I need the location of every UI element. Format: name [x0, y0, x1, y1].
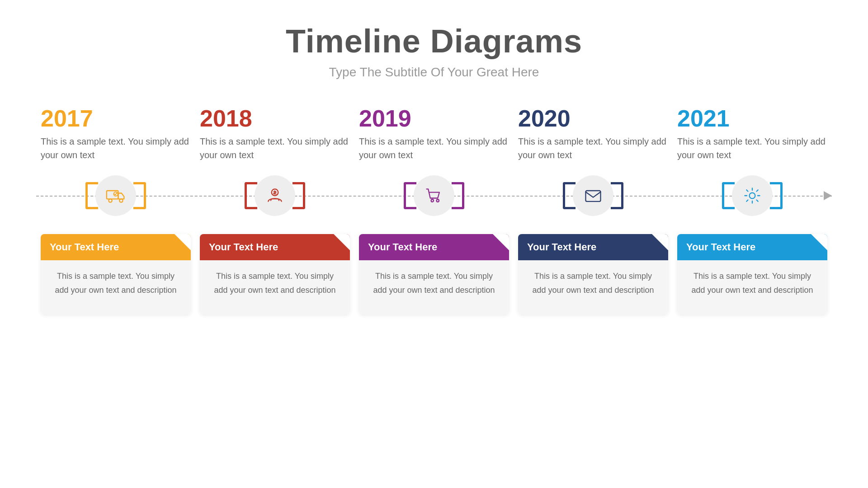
svg-point-2: [119, 199, 123, 202]
icon-circle-4: [732, 175, 773, 216]
year-row: 2017 This is a sample text. You simply a…: [36, 107, 832, 162]
timeline-area: 2017 This is a sample text. You simply a…: [36, 107, 832, 314]
year-label-2: 2019: [359, 107, 509, 130]
bracket-right-3: [611, 182, 623, 209]
card-1: Your Text Here This is a sample text. Yo…: [200, 234, 350, 314]
card-header-1: Your Text Here: [200, 234, 350, 260]
card-body-3: This is a sample text. You simply add yo…: [518, 260, 668, 314]
card-header-4: Your Text Here: [677, 234, 827, 260]
card-col-1: Your Text Here This is a sample text. Yo…: [195, 234, 354, 314]
card-0: Your Text Here This is a sample text. Yo…: [41, 234, 191, 314]
icon-circle-1: [255, 175, 295, 216]
card-body-1: This is a sample text. You simply add yo…: [200, 260, 350, 314]
card-notch-0: [175, 234, 191, 250]
year-desc-3: This is a sample text. You simply add yo…: [518, 135, 668, 162]
year-desc-2: This is a sample text. You simply add yo…: [359, 135, 509, 162]
year-desc-4: This is a sample text. You simply add yo…: [677, 135, 827, 162]
svg-rect-7: [586, 191, 601, 202]
card-notch-3: [652, 234, 668, 250]
year-label-1: 2018: [200, 107, 350, 130]
year-desc-0: This is a sample text. You simply add yo…: [41, 135, 191, 162]
gear-icon: [742, 186, 762, 206]
card-body-0: This is a sample text. You simply add yo…: [41, 260, 191, 314]
icon-col-4: [673, 175, 832, 216]
card-body-4: This is a sample text. You simply add yo…: [677, 260, 827, 314]
bracket-left-0: [85, 182, 98, 209]
timeline-arrow: [824, 191, 832, 200]
svg-point-6: [437, 199, 439, 202]
card-body-2: This is a sample text. You simply add yo…: [359, 260, 509, 314]
card-title-3: Your Text Here: [527, 241, 596, 253]
card-col-2: Your Text Here This is a sample text. Yo…: [354, 234, 514, 314]
svg-point-1: [108, 199, 112, 202]
page-title: Timeline Diagrams: [286, 23, 582, 60]
card-2: Your Text Here This is a sample text. Yo…: [359, 234, 509, 314]
card-3: Your Text Here This is a sample text. Yo…: [518, 234, 668, 314]
card-col-4: Your Text Here This is a sample text. Yo…: [673, 234, 832, 314]
bracket-right-0: [133, 182, 146, 209]
card-title-4: Your Text Here: [686, 241, 755, 253]
icon-circle-3: [573, 175, 613, 216]
year-label-4: 2021: [677, 107, 827, 130]
year-col-1: 2018 This is a sample text. You simply a…: [195, 107, 354, 162]
bracket-left-1: [245, 182, 257, 209]
year-col-0: 2017 This is a sample text. You simply a…: [36, 107, 195, 162]
card-title-0: Your Text Here: [50, 241, 119, 253]
bracket-left-3: [563, 182, 576, 209]
bracket-left-4: [722, 182, 735, 209]
icons-row: [36, 171, 832, 221]
page: Timeline Diagrams Type The Subtitle Of Y…: [0, 0, 868, 488]
icon-circle-2: [414, 175, 454, 216]
card-notch-1: [334, 234, 350, 250]
truck-icon: [106, 186, 126, 206]
page-subtitle: Type The Subtitle Of Your Great Here: [329, 65, 539, 80]
cards-row: Your Text Here This is a sample text. Yo…: [36, 234, 832, 314]
card-header-0: Your Text Here: [41, 234, 191, 260]
bracket-right-1: [292, 182, 305, 209]
icon-col-0: [36, 175, 195, 216]
icon-col-3: [514, 175, 673, 216]
icon-circle-0: [95, 175, 136, 216]
card-4: Your Text Here This is a sample text. Yo…: [677, 234, 827, 314]
year-col-4: 2021 This is a sample text. You simply a…: [673, 107, 832, 162]
card-title-2: Your Text Here: [368, 241, 437, 253]
icon-col-2: [354, 175, 514, 216]
year-desc-1: This is a sample text. You simply add yo…: [200, 135, 350, 162]
card-notch-4: [811, 234, 827, 250]
year-col-3: 2020 This is a sample text. You simply a…: [514, 107, 673, 162]
icon-col-1: [195, 175, 354, 216]
year-label-3: 2020: [518, 107, 668, 130]
card-col-3: Your Text Here This is a sample text. Yo…: [514, 234, 673, 314]
cart-icon: [424, 186, 444, 206]
card-col-0: Your Text Here This is a sample text. Yo…: [36, 234, 195, 314]
bracket-right-4: [770, 182, 783, 209]
card-title-1: Your Text Here: [209, 241, 278, 253]
card-notch-2: [493, 234, 509, 250]
bracket-right-2: [452, 182, 464, 209]
money-icon: [265, 186, 285, 206]
mail-icon: [583, 186, 603, 206]
card-header-3: Your Text Here: [518, 234, 668, 260]
card-header-2: Your Text Here: [359, 234, 509, 260]
year-col-2: 2019 This is a sample text. You simply a…: [354, 107, 514, 162]
year-label-0: 2017: [41, 107, 191, 130]
bracket-left-2: [404, 182, 416, 209]
svg-point-8: [750, 193, 755, 199]
svg-point-5: [431, 199, 434, 202]
